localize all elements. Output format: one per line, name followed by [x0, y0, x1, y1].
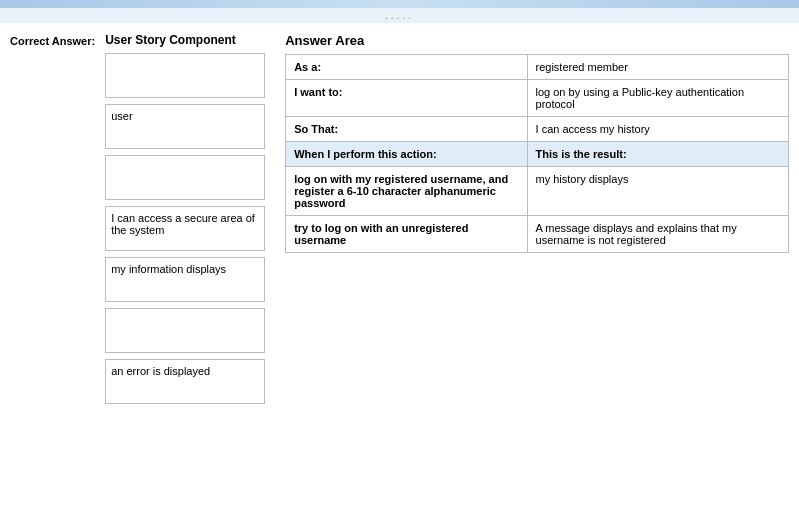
- left-panel-title: User Story Component: [105, 33, 265, 47]
- table-cell-label-1: I want to:: [286, 80, 527, 117]
- table-cell-value-2: I can access my history: [527, 117, 788, 142]
- story-box-3: I can access a secure area of the system: [105, 206, 265, 251]
- story-box-0: [105, 53, 265, 98]
- table-cell-label-5: try to log on with an unregistered usern…: [286, 216, 527, 253]
- table-row-2: So That:I can access my history: [286, 117, 789, 142]
- table-row-1: I want to:log on by using a Public-key a…: [286, 80, 789, 117]
- main-content: Correct Answer: User Story Component use…: [0, 23, 799, 410]
- table-cell-value-3: This is the result:: [527, 142, 788, 167]
- story-box-4: my information displays: [105, 257, 265, 302]
- right-panel-title: Answer Area: [285, 33, 789, 48]
- table-cell-value-0: registered member: [527, 55, 788, 80]
- drag-handle[interactable]: .....: [0, 8, 799, 23]
- answer-table: As a:registered memberI want to:log on b…: [285, 54, 789, 253]
- top-bar: [0, 0, 799, 8]
- story-box-5: [105, 308, 265, 353]
- table-row-4: log on with my registered username, and …: [286, 167, 789, 216]
- table-cell-value-5: A message displays and explains that my …: [527, 216, 788, 253]
- table-cell-label-3: When I perform this action:: [286, 142, 527, 167]
- table-cell-label-2: So That:: [286, 117, 527, 142]
- left-section: Correct Answer: User Story Component use…: [10, 33, 285, 410]
- table-cell-value-4: my history displays: [527, 167, 788, 216]
- story-box-6: an error is displayed: [105, 359, 265, 404]
- table-row-5: try to log on with an unregistered usern…: [286, 216, 789, 253]
- right-panel: Answer Area As a:registered memberI want…: [285, 33, 789, 410]
- table-row-3: When I perform this action:This is the r…: [286, 142, 789, 167]
- table-row-0: As a:registered member: [286, 55, 789, 80]
- left-panel: User Story Component user I can access a…: [105, 33, 265, 410]
- table-cell-value-1: log on by using a Public-key authenticat…: [527, 80, 788, 117]
- story-box-2: [105, 155, 265, 200]
- table-cell-label-4: log on with my registered username, and …: [286, 167, 527, 216]
- correct-answer-label: Correct Answer:: [10, 33, 95, 47]
- table-cell-label-0: As a:: [286, 55, 527, 80]
- story-box-1: user: [105, 104, 265, 149]
